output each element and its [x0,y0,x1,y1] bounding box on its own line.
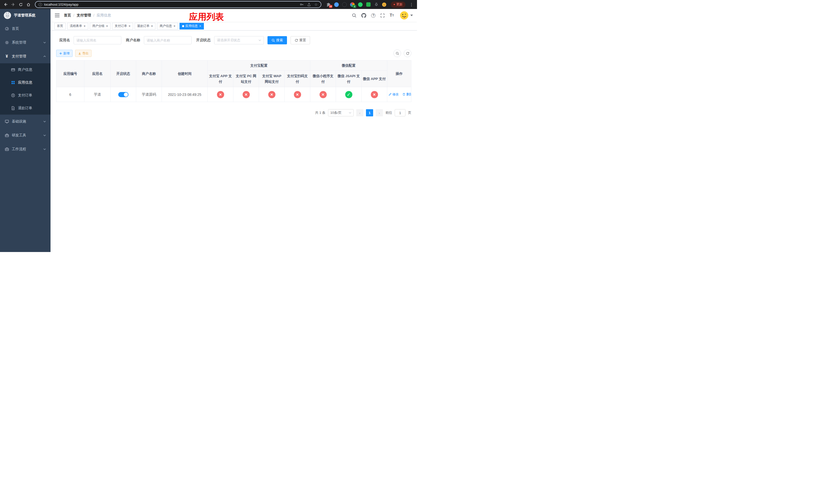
breadcrumb-payment[interactable]: 支付管理 [77,13,91,18]
browser-home-icon[interactable] [25,1,32,8]
github-icon[interactable] [361,13,366,18]
sidebar-item-label: 支付管理 [12,54,26,59]
extension-icon-pin[interactable] [374,2,379,7]
add-button[interactable]: 新增 [56,50,72,57]
tab-close-icon[interactable]: × [84,24,86,28]
tab-merchant-info[interactable]: 商户信息 × [157,23,178,29]
tab-close-icon[interactable]: × [129,24,131,28]
export-button[interactable]: 导出 [75,50,91,57]
sidebar-item-home[interactable]: 首页 [0,22,50,36]
column-header: 支付宝 PC 网站支付 [233,71,259,87]
sidebar-item-label: 研发工具 [12,133,26,138]
tab-process-form[interactable]: 流程表单 × [67,23,88,29]
reset-button[interactable]: 重置 [290,36,310,44]
sidebar-item-pay-orders[interactable]: 支付订单 [0,89,50,102]
goto-page-input[interactable] [395,109,405,116]
chevron-up-icon [43,55,46,57]
group-header-wechat: 微信配置 [310,61,387,71]
font-size-icon[interactable]: TT [390,13,394,18]
extension-icon-face[interactable] [381,2,387,7]
browser-update-button[interactable]: 更新 [391,2,405,8]
sidebar-item-system[interactable]: 系统管理 [0,36,50,49]
sidebar-item-workflow[interactable]: 工作流程 [0,142,50,156]
refresh-button[interactable] [404,49,411,57]
goto-prefix: 前往 [386,111,392,115]
merchant-name-input[interactable] [144,36,192,44]
yen-icon: ¥ [5,54,9,59]
page-size-select[interactable]: 10条/页 [328,109,354,116]
tab-user-group[interactable]: 用户分组 × [90,23,111,29]
next-page-button[interactable]: › [376,109,383,116]
sidebar-collapse-icon[interactable] [54,13,60,18]
column-header: 微信 JSAPI 支付 [336,71,361,87]
address-bar[interactable]: i localhost:1024/pay/app ☆ [35,1,321,8]
extension-icon-dark[interactable] [342,2,347,7]
toolbox-icon [5,133,9,138]
share-icon[interactable] [307,3,311,6]
sidebar-item-refund-orders[interactable]: 退款订单 [0,102,50,115]
column-header-actions: 操作 [387,61,411,87]
breadcrumb-home[interactable]: 首页 [64,13,71,18]
sidebar-item-payment[interactable]: ¥ 支付管理 [0,49,50,63]
tab-close-icon[interactable]: × [151,24,153,28]
chevron-down-icon [349,112,351,114]
bookmark-star-icon[interactable]: ☆ [314,3,318,6]
chevron-down-icon [43,148,46,150]
edit-link[interactable]: 修改 [389,92,399,97]
browser-back-icon[interactable] [2,1,9,8]
extension-icon-blue[interactable] [334,2,339,7]
chevron-down-icon [410,15,413,16]
sidebar-logo[interactable]: 芋道管理系统 [0,9,50,22]
extension-badge: 1 [353,5,356,8]
config-status-icon: × [243,91,250,98]
update-dot [394,4,395,5]
extension-icon-multicolor[interactable]: 1 [350,2,355,7]
cell-app-id: 6 [57,87,84,102]
chevron-down-icon [43,42,46,43]
tab-close-icon[interactable]: × [106,24,108,28]
document-icon [11,106,15,111]
header-search-icon[interactable] [352,13,356,18]
sidebar-item-merchant-info[interactable]: 商户信息 [0,63,50,76]
app-name-input[interactable] [73,36,121,44]
config-status-icon: × [217,91,224,98]
browser-forward-icon[interactable] [10,1,16,8]
browser-menu-icon[interactable]: ⋮ [408,2,415,7]
extension-icon-green-circle[interactable] [358,2,363,7]
tab-close-icon[interactable]: × [199,24,201,28]
update-label: 更新 [396,2,403,7]
sidebar-item-infrastructure[interactable]: 基础设施 [0,115,50,129]
url-text: localhost:1024/pay/app [44,3,79,6]
browser-reload-icon[interactable] [18,1,24,8]
tab-pay-orders[interactable]: 支付订单 × [112,23,133,29]
cell-merchant-name: 芋道源码 [136,87,162,102]
site-info-icon[interactable]: i [39,3,42,6]
status-toggle[interactable] [118,92,129,97]
cell-app-name: 芋道 [84,87,111,102]
extension-icon-green-square[interactable] [366,2,371,7]
tab-close-icon[interactable]: × [173,24,175,28]
tab-refund-orders[interactable]: 退款订单 × [135,23,156,29]
tags-view-bar: 首页 流程表单 × 用户分组 × 支付订单 × 退款订单 × [50,22,417,30]
pagination-total: 共 1 条 [315,111,326,115]
sidebar-item-dev-tools[interactable]: 研发工具 [0,129,50,142]
tab-label: 退款订单 [137,24,150,28]
app-title: 芋道管理系统 [14,13,36,18]
fullscreen-icon[interactable] [380,13,385,18]
password-key-icon[interactable] [300,3,304,6]
delete-link[interactable]: 删除 [402,92,411,97]
help-icon[interactable]: ? [371,13,375,18]
config-status-icon: ✓ [345,91,352,98]
status-select[interactable]: 请选择开启状态 [214,36,264,44]
merchant-name-label: 商户名称 [126,38,140,43]
tab-label: 支付订单 [115,24,127,28]
prev-page-button[interactable]: ‹ [356,109,364,116]
extensions-puzzle-icon[interactable]: 10 [326,2,331,7]
tab-app-info[interactable]: 应用信息 × [179,23,204,29]
search-button[interactable]: 搜索 [267,36,287,44]
tab-home[interactable]: 首页 [54,23,66,29]
user-menu[interactable] [400,11,413,20]
page-number-button[interactable]: 1 [366,109,373,116]
toggle-search-button[interactable] [393,49,401,57]
sidebar-item-app-info[interactable]: 应用信息 [0,76,50,89]
